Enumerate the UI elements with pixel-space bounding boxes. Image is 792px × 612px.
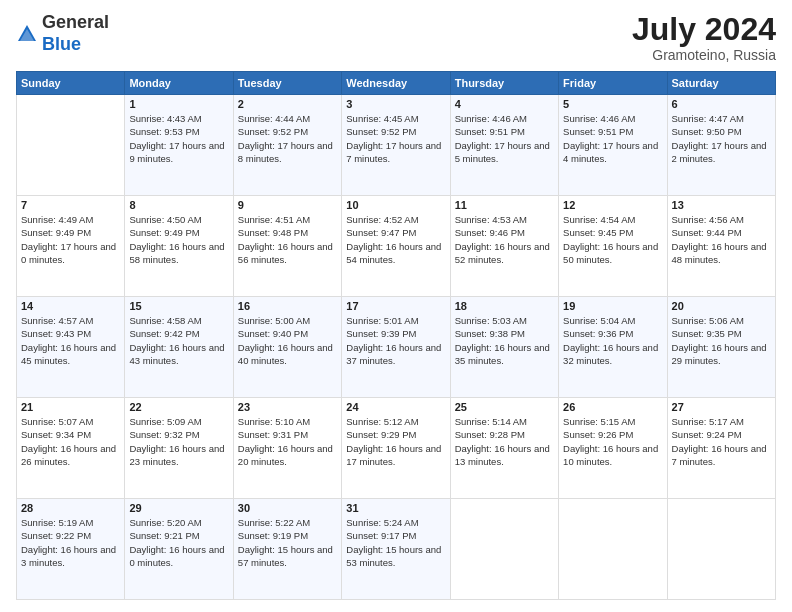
table-row: 13Sunrise: 4:56 AM Sunset: 9:44 PM Dayli… <box>667 196 775 297</box>
day-info: Sunrise: 4:44 AM Sunset: 9:52 PM Dayligh… <box>238 112 337 165</box>
table-row: 7Sunrise: 4:49 AM Sunset: 9:49 PM Daylig… <box>17 196 125 297</box>
day-number: 27 <box>672 401 771 413</box>
table-row: 18Sunrise: 5:03 AM Sunset: 9:38 PM Dayli… <box>450 297 558 398</box>
table-row: 29Sunrise: 5:20 AM Sunset: 9:21 PM Dayli… <box>125 499 233 600</box>
day-number: 9 <box>238 199 337 211</box>
col-friday: Friday <box>559 72 667 95</box>
week-row-3: 21Sunrise: 5:07 AM Sunset: 9:34 PM Dayli… <box>17 398 776 499</box>
table-row: 14Sunrise: 4:57 AM Sunset: 9:43 PM Dayli… <box>17 297 125 398</box>
day-info: Sunrise: 5:15 AM Sunset: 9:26 PM Dayligh… <box>563 415 662 468</box>
table-row: 16Sunrise: 5:00 AM Sunset: 9:40 PM Dayli… <box>233 297 341 398</box>
day-info: Sunrise: 5:03 AM Sunset: 9:38 PM Dayligh… <box>455 314 554 367</box>
logo-icon <box>16 23 38 45</box>
day-info: Sunrise: 5:10 AM Sunset: 9:31 PM Dayligh… <box>238 415 337 468</box>
table-row <box>667 499 775 600</box>
table-row: 10Sunrise: 4:52 AM Sunset: 9:47 PM Dayli… <box>342 196 450 297</box>
day-info: Sunrise: 5:17 AM Sunset: 9:24 PM Dayligh… <box>672 415 771 468</box>
day-number: 24 <box>346 401 445 413</box>
day-number: 3 <box>346 98 445 110</box>
day-info: Sunrise: 5:09 AM Sunset: 9:32 PM Dayligh… <box>129 415 228 468</box>
day-info: Sunrise: 4:52 AM Sunset: 9:47 PM Dayligh… <box>346 213 445 266</box>
table-row: 30Sunrise: 5:22 AM Sunset: 9:19 PM Dayli… <box>233 499 341 600</box>
day-info: Sunrise: 5:22 AM Sunset: 9:19 PM Dayligh… <box>238 516 337 569</box>
col-tuesday: Tuesday <box>233 72 341 95</box>
day-number: 29 <box>129 502 228 514</box>
day-number: 28 <box>21 502 120 514</box>
table-row: 24Sunrise: 5:12 AM Sunset: 9:29 PM Dayli… <box>342 398 450 499</box>
day-info: Sunrise: 5:12 AM Sunset: 9:29 PM Dayligh… <box>346 415 445 468</box>
day-number: 18 <box>455 300 554 312</box>
page: General Blue July 2024 Gramoteino, Russi… <box>0 0 792 612</box>
day-number: 12 <box>563 199 662 211</box>
day-number: 19 <box>563 300 662 312</box>
day-info: Sunrise: 4:54 AM Sunset: 9:45 PM Dayligh… <box>563 213 662 266</box>
day-info: Sunrise: 4:56 AM Sunset: 9:44 PM Dayligh… <box>672 213 771 266</box>
table-row: 17Sunrise: 5:01 AM Sunset: 9:39 PM Dayli… <box>342 297 450 398</box>
day-info: Sunrise: 5:20 AM Sunset: 9:21 PM Dayligh… <box>129 516 228 569</box>
title-block: July 2024 Gramoteino, Russia <box>632 12 776 63</box>
day-number: 10 <box>346 199 445 211</box>
day-number: 15 <box>129 300 228 312</box>
day-info: Sunrise: 4:45 AM Sunset: 9:52 PM Dayligh… <box>346 112 445 165</box>
week-row-0: 1Sunrise: 4:43 AM Sunset: 9:53 PM Daylig… <box>17 95 776 196</box>
col-thursday: Thursday <box>450 72 558 95</box>
day-info: Sunrise: 4:49 AM Sunset: 9:49 PM Dayligh… <box>21 213 120 266</box>
table-row: 5Sunrise: 4:46 AM Sunset: 9:51 PM Daylig… <box>559 95 667 196</box>
day-number: 31 <box>346 502 445 514</box>
week-row-1: 7Sunrise: 4:49 AM Sunset: 9:49 PM Daylig… <box>17 196 776 297</box>
day-number: 4 <box>455 98 554 110</box>
day-info: Sunrise: 5:00 AM Sunset: 9:40 PM Dayligh… <box>238 314 337 367</box>
day-number: 11 <box>455 199 554 211</box>
table-row: 8Sunrise: 4:50 AM Sunset: 9:49 PM Daylig… <box>125 196 233 297</box>
day-info: Sunrise: 4:50 AM Sunset: 9:49 PM Dayligh… <box>129 213 228 266</box>
table-row: 1Sunrise: 4:43 AM Sunset: 9:53 PM Daylig… <box>125 95 233 196</box>
logo-blue: Blue <box>42 34 81 54</box>
day-number: 6 <box>672 98 771 110</box>
table-row: 26Sunrise: 5:15 AM Sunset: 9:26 PM Dayli… <box>559 398 667 499</box>
day-number: 13 <box>672 199 771 211</box>
day-number: 17 <box>346 300 445 312</box>
table-row: 6Sunrise: 4:47 AM Sunset: 9:50 PM Daylig… <box>667 95 775 196</box>
day-number: 1 <box>129 98 228 110</box>
table-row: 31Sunrise: 5:24 AM Sunset: 9:17 PM Dayli… <box>342 499 450 600</box>
day-number: 16 <box>238 300 337 312</box>
col-monday: Monday <box>125 72 233 95</box>
location: Gramoteino, Russia <box>632 47 776 63</box>
day-info: Sunrise: 5:06 AM Sunset: 9:35 PM Dayligh… <box>672 314 771 367</box>
col-saturday: Saturday <box>667 72 775 95</box>
table-row <box>450 499 558 600</box>
day-info: Sunrise: 5:01 AM Sunset: 9:39 PM Dayligh… <box>346 314 445 367</box>
table-row: 2Sunrise: 4:44 AM Sunset: 9:52 PM Daylig… <box>233 95 341 196</box>
table-row: 28Sunrise: 5:19 AM Sunset: 9:22 PM Dayli… <box>17 499 125 600</box>
day-info: Sunrise: 4:43 AM Sunset: 9:53 PM Dayligh… <box>129 112 228 165</box>
table-row <box>559 499 667 600</box>
month-title: July 2024 <box>632 12 776 47</box>
table-row: 21Sunrise: 5:07 AM Sunset: 9:34 PM Dayli… <box>17 398 125 499</box>
day-number: 7 <box>21 199 120 211</box>
day-number: 5 <box>563 98 662 110</box>
day-info: Sunrise: 5:24 AM Sunset: 9:17 PM Dayligh… <box>346 516 445 569</box>
week-row-4: 28Sunrise: 5:19 AM Sunset: 9:22 PM Dayli… <box>17 499 776 600</box>
table-row: 27Sunrise: 5:17 AM Sunset: 9:24 PM Dayli… <box>667 398 775 499</box>
day-info: Sunrise: 5:07 AM Sunset: 9:34 PM Dayligh… <box>21 415 120 468</box>
table-row: 25Sunrise: 5:14 AM Sunset: 9:28 PM Dayli… <box>450 398 558 499</box>
col-wednesday: Wednesday <box>342 72 450 95</box>
table-row: 11Sunrise: 4:53 AM Sunset: 9:46 PM Dayli… <box>450 196 558 297</box>
table-row <box>17 95 125 196</box>
table-row: 3Sunrise: 4:45 AM Sunset: 9:52 PM Daylig… <box>342 95 450 196</box>
day-number: 2 <box>238 98 337 110</box>
col-sunday: Sunday <box>17 72 125 95</box>
day-info: Sunrise: 5:14 AM Sunset: 9:28 PM Dayligh… <box>455 415 554 468</box>
week-row-2: 14Sunrise: 4:57 AM Sunset: 9:43 PM Dayli… <box>17 297 776 398</box>
logo-text: General Blue <box>42 12 109 55</box>
day-number: 8 <box>129 199 228 211</box>
calendar-header-row: Sunday Monday Tuesday Wednesday Thursday… <box>17 72 776 95</box>
day-info: Sunrise: 4:51 AM Sunset: 9:48 PM Dayligh… <box>238 213 337 266</box>
logo: General Blue <box>16 12 109 55</box>
day-info: Sunrise: 4:46 AM Sunset: 9:51 PM Dayligh… <box>563 112 662 165</box>
day-number: 21 <box>21 401 120 413</box>
table-row: 4Sunrise: 4:46 AM Sunset: 9:51 PM Daylig… <box>450 95 558 196</box>
day-info: Sunrise: 4:46 AM Sunset: 9:51 PM Dayligh… <box>455 112 554 165</box>
calendar-table: Sunday Monday Tuesday Wednesday Thursday… <box>16 71 776 600</box>
day-number: 20 <box>672 300 771 312</box>
